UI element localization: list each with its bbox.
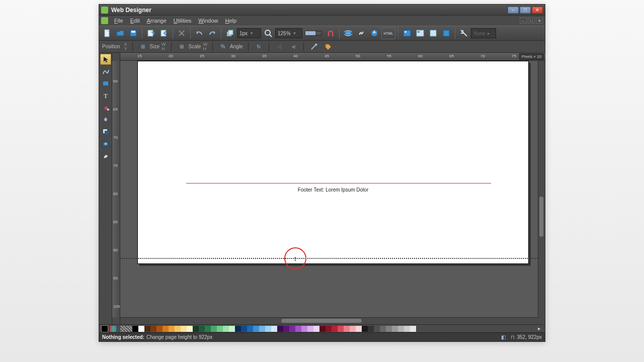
flip-v-icon[interactable]: ◀ bbox=[288, 42, 298, 51]
color-swatch[interactable] bbox=[144, 326, 150, 332]
vertical-scroll-thumb[interactable] bbox=[539, 197, 543, 237]
color-swatch[interactable] bbox=[374, 326, 380, 332]
color-swatch[interactable] bbox=[350, 326, 356, 332]
horizontal-scrollbar[interactable] bbox=[120, 317, 538, 324]
menu-help[interactable]: Help bbox=[222, 17, 239, 25]
color-swatch[interactable] bbox=[380, 326, 386, 332]
color-swatch[interactable] bbox=[283, 326, 289, 332]
mdi-close-button[interactable]: ✕ bbox=[536, 18, 543, 24]
color-swatch[interactable] bbox=[169, 326, 175, 332]
color-swatch[interactable] bbox=[362, 326, 368, 332]
zoom-tool-button[interactable] bbox=[262, 27, 274, 39]
snap-button[interactable] bbox=[325, 27, 337, 39]
fill-tool[interactable] bbox=[100, 102, 111, 113]
color-swatch[interactable] bbox=[156, 326, 163, 332]
names-combo[interactable]: None▸ bbox=[471, 28, 496, 38]
transparency-tool[interactable] bbox=[100, 114, 111, 125]
rectangle-tool[interactable] bbox=[100, 78, 111, 89]
color-swatch[interactable] bbox=[259, 326, 265, 332]
color-swatch[interactable] bbox=[235, 326, 241, 332]
photo-tool[interactable] bbox=[100, 138, 111, 149]
color-swatch[interactable] bbox=[368, 326, 374, 332]
ruler-origin-corner[interactable] bbox=[112, 53, 120, 61]
color-swatch[interactable] bbox=[181, 326, 187, 332]
viewport[interactable]: Footer Text: Lorem Ipsum Dolor ↕ bbox=[120, 61, 538, 317]
menu-utilities[interactable]: Utilities bbox=[171, 17, 194, 25]
mdi-minimize-button[interactable]: – bbox=[520, 18, 527, 24]
status-live-drag-icon[interactable]: ◧ bbox=[500, 334, 507, 340]
color-swatch[interactable] bbox=[386, 326, 392, 332]
gallery-design-button[interactable] bbox=[414, 27, 426, 39]
tag-icon[interactable] bbox=[323, 42, 333, 51]
color-swatch[interactable] bbox=[398, 326, 404, 332]
color-swatch[interactable] bbox=[313, 326, 319, 332]
color-swatch[interactable] bbox=[253, 326, 259, 332]
horizontal-ruler[interactable]: Pixels × 10 15202530354045505560657075 bbox=[112, 53, 545, 61]
layers-button[interactable] bbox=[224, 27, 236, 39]
color-swatch[interactable] bbox=[150, 326, 156, 332]
rotate-icon[interactable]: ↻ bbox=[254, 42, 264, 51]
color-swatch[interactable] bbox=[247, 326, 253, 332]
color-swatch[interactable] bbox=[223, 326, 229, 332]
vertical-scrollbar[interactable] bbox=[538, 61, 545, 317]
menu-window[interactable]: Window bbox=[195, 17, 221, 25]
mdi-restore-button[interactable]: □ bbox=[528, 18, 535, 24]
menu-edit[interactable]: Edit bbox=[127, 17, 143, 25]
text-tool[interactable]: T bbox=[100, 90, 111, 101]
color-swatch[interactable] bbox=[211, 326, 217, 332]
current-color-swatch[interactable] bbox=[101, 325, 108, 332]
color-swatch[interactable] bbox=[138, 326, 144, 332]
import-button[interactable] bbox=[145, 27, 157, 39]
color-swatch[interactable] bbox=[404, 326, 410, 332]
color-swatch[interactable] bbox=[175, 326, 181, 332]
lock-aspect-scale-icon[interactable]: ⊞ bbox=[177, 42, 187, 51]
menu-arrange[interactable]: Arrange bbox=[144, 17, 170, 25]
percent-icon[interactable]: % bbox=[218, 42, 228, 51]
transparent-swatch[interactable] bbox=[126, 326, 132, 332]
vertical-ruler[interactable]: 6065707580859095100 bbox=[112, 61, 120, 317]
color-swatch[interactable] bbox=[205, 326, 211, 332]
shape-tool[interactable] bbox=[100, 150, 111, 161]
save-file-button[interactable] bbox=[127, 27, 139, 39]
color-swatch[interactable] bbox=[277, 326, 283, 332]
color-editor-icon[interactable] bbox=[110, 326, 117, 332]
freehand-tool[interactable] bbox=[100, 66, 111, 77]
new-file-button[interactable] bbox=[101, 27, 113, 39]
color-swatch[interactable] bbox=[132, 326, 138, 332]
color-swatch[interactable] bbox=[332, 326, 338, 332]
zoom-combo[interactable]: 125%▼ bbox=[275, 28, 302, 38]
color-swatch[interactable] bbox=[301, 326, 307, 332]
html-button[interactable]: HTML bbox=[381, 27, 395, 39]
color-swatch[interactable] bbox=[265, 326, 271, 332]
preview-button[interactable] bbox=[342, 27, 354, 39]
publish-button[interactable] bbox=[368, 27, 380, 39]
quality-button[interactable] bbox=[303, 27, 324, 39]
flip-h-icon[interactable]: ◁ bbox=[274, 42, 284, 51]
stroke-width-combo[interactable]: 1px▼ bbox=[237, 28, 261, 38]
shadow-tool[interactable] bbox=[100, 126, 111, 137]
color-swatch[interactable] bbox=[392, 326, 398, 332]
undo-button[interactable] bbox=[193, 27, 205, 39]
minimize-button[interactable]: – bbox=[508, 7, 519, 14]
color-swatch[interactable] bbox=[295, 326, 301, 332]
gallery-bitmap-button[interactable] bbox=[427, 27, 439, 39]
export-button[interactable] bbox=[158, 27, 170, 39]
color-swatch[interactable] bbox=[289, 326, 295, 332]
color-swatch[interactable] bbox=[163, 326, 169, 332]
color-swatch[interactable] bbox=[356, 326, 362, 332]
names-button[interactable] bbox=[458, 27, 470, 39]
page-canvas[interactable]: Footer Text: Lorem Ipsum Dolor bbox=[137, 61, 529, 264]
lock-aspect-size-icon[interactable]: ⊞ bbox=[138, 42, 148, 51]
color-bar-more-icon[interactable]: ▸ bbox=[536, 325, 543, 332]
close-button[interactable]: ✕ bbox=[532, 7, 543, 14]
footer-text[interactable]: Footer Text: Lorem Ipsum Dolor bbox=[138, 187, 528, 193]
gallery-color-button[interactable] bbox=[401, 27, 413, 39]
ruler-units-label[interactable]: Pixels × 10 bbox=[519, 53, 544, 60]
color-swatch[interactable] bbox=[241, 326, 247, 332]
guide-line[interactable] bbox=[186, 183, 491, 184]
no-color-swatch[interactable] bbox=[120, 326, 126, 332]
link-button[interactable] bbox=[355, 27, 367, 39]
color-swatch[interactable] bbox=[410, 326, 416, 332]
color-swatch[interactable] bbox=[187, 326, 193, 332]
selector-tool[interactable] bbox=[100, 54, 111, 65]
